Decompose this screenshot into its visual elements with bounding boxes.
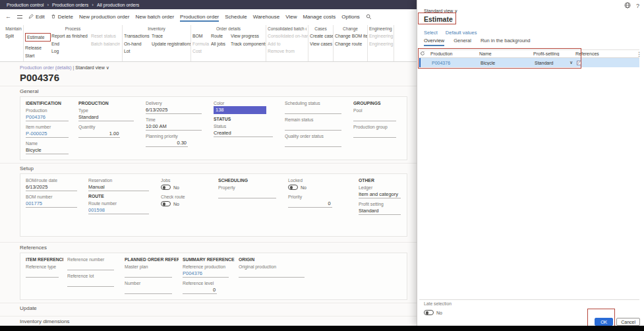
tab-general[interactable]: General — [454, 38, 471, 46]
grid-column-header-references[interactable]: References — [573, 51, 610, 56]
link-select[interactable]: Select — [424, 30, 438, 36]
field-value-bom-route-date[interactable]: 6/13/2025 — [26, 183, 77, 191]
section-header-general[interactable]: General — [0, 86, 417, 96]
section-header-references[interactable]: References — [0, 242, 417, 253]
collapse-action-pane-icon[interactable] — [17, 15, 22, 18]
field-value-color[interactable]: 138 — [214, 106, 266, 114]
menu-item-new-batch-order[interactable]: New batch order — [135, 12, 174, 22]
field-value-reference-production[interactable]: P004376 — [183, 270, 229, 278]
ok-button[interactable]: OK — [595, 318, 613, 326]
field-value-number[interactable] — [125, 286, 172, 294]
menu-item-new-production-order[interactable]: New production order — [79, 12, 129, 22]
field-value-bom-number[interactable]: 001775 — [26, 200, 77, 208]
field-value-master-plan[interactable] — [125, 270, 172, 278]
menu-item-delete[interactable]: Delete — [51, 12, 73, 22]
field-value-reference-level[interactable]: 0 — [183, 286, 217, 294]
field-value-reference-type[interactable] — [26, 270, 59, 278]
change-bom-item-button[interactable]: Change BOM item — [335, 32, 368, 40]
update-registrations-button[interactable]: Update registrations — [152, 40, 191, 48]
table-row[interactable]: P004376BicycleStandard∨✓ — [419, 58, 639, 67]
cell-profit-setting[interactable]: Standard∨ — [533, 60, 575, 65]
field-value-name[interactable]: Bicycle — [26, 146, 69, 154]
estimate-button[interactable]: Estimate — [25, 33, 51, 42]
menu-item-options[interactable]: Options — [341, 12, 360, 22]
link-default-values[interactable]: Default values — [446, 30, 477, 36]
route-button[interactable]: Route — [211, 32, 229, 40]
field-value-status[interactable]: Created — [214, 129, 273, 137]
toggle-jobs[interactable]: No — [161, 183, 214, 191]
field-value-route-number[interactable]: 001598 — [88, 206, 149, 214]
end-button[interactable]: End — [51, 40, 90, 48]
toggle-locked[interactable]: No — [288, 183, 355, 191]
split-button[interactable]: Split — [5, 32, 14, 40]
field-value-pool[interactable] — [353, 113, 396, 121]
back-icon[interactable]: ← — [5, 13, 11, 20]
field-value-remain-status[interactable] — [285, 123, 341, 131]
report-as-finished-button[interactable]: Report as finished — [51, 32, 90, 40]
field-value-time[interactable]: 10:00 AM — [146, 123, 202, 131]
log-button[interactable]: Log — [51, 47, 90, 55]
view-selector[interactable]: Standard view ∨ — [75, 65, 109, 70]
field-value-production-group[interactable] — [353, 130, 396, 138]
section-header-setup[interactable]: Setup — [0, 163, 417, 173]
change-route-button[interactable]: Change route — [335, 40, 368, 48]
menu-item-warehouse[interactable]: Warehouse — [253, 12, 280, 22]
transactions-button[interactable]: Transactions — [124, 32, 150, 40]
create-case-button[interactable]: Create case — [310, 32, 334, 40]
trace-button[interactable]: Trace — [152, 32, 191, 40]
grid-column-header-production[interactable]: Production — [428, 51, 477, 56]
release-button[interactable]: Release — [25, 44, 50, 52]
field-value-profit-setting[interactable]: Standard — [359, 207, 401, 215]
field-value-scheduling-status[interactable] — [285, 106, 341, 114]
breadcrumb-item-production-control[interactable]: Production control — [7, 3, 44, 7]
field-value-quality-order-status[interactable] — [285, 139, 341, 147]
tab-run-in-the-background[interactable]: Run in the background — [481, 38, 530, 46]
breadcrumb-item-all-production-orders[interactable]: All production orders — [97, 3, 139, 7]
toggle-check-route[interactable]: No — [161, 200, 214, 208]
late-selection-toggle[interactable]: No — [424, 309, 452, 316]
menu-item-manage-costs[interactable]: Manage costs — [303, 12, 336, 22]
search-icon[interactable] — [366, 14, 372, 20]
references-checkbox[interactable]: ✓ — [577, 61, 581, 65]
breadcrumb-item-production-orders[interactable]: Production orders — [52, 3, 88, 7]
field-value-priority[interactable]: 0 — [288, 200, 332, 208]
cell-production[interactable]: P004376 — [430, 61, 479, 65]
dialog-view-selector[interactable]: Standard view ∨ — [424, 9, 457, 14]
cell-references[interactable]: ✓ — [575, 60, 612, 65]
field-value-item-number[interactable]: P-000025 — [26, 130, 69, 138]
all-jobs-button[interactable]: All jobs — [211, 40, 229, 48]
grid-column-header-profit-setting[interactable]: Profit-setting — [531, 51, 573, 56]
field-value-original-production[interactable] — [239, 270, 305, 278]
globe-icon[interactable] — [624, 2, 631, 10]
start-button[interactable]: Start — [25, 52, 50, 60]
field-value-reference-number[interactable] — [67, 262, 114, 270]
field-value-reference-lot[interactable] — [67, 279, 114, 287]
field-value-planning-priority[interactable]: 0.30 — [146, 139, 188, 147]
field-value-property[interactable] — [218, 191, 276, 198]
refresh-icon[interactable] — [419, 51, 428, 57]
field-value-reservation[interactable]: Manual — [88, 183, 149, 191]
bom-button[interactable]: BOM — [192, 32, 210, 40]
field-value-delivery[interactable]: 6/13/2025 — [146, 106, 202, 114]
field-value-quantity[interactable]: 1.00 — [78, 130, 120, 138]
view-progress-button[interactable]: View progress — [231, 32, 266, 40]
cancel-button[interactable]: Cancel — [616, 318, 640, 326]
more-options-icon[interactable]: ⋮ — [636, 51, 642, 57]
tab-overview[interactable]: Overview — [424, 38, 444, 46]
cell-name[interactable]: Bicycle — [479, 61, 533, 65]
section-header-update[interactable]: Update — [0, 303, 417, 313]
help-icon[interactable]: ? — [636, 3, 639, 9]
grid-column-header-name[interactable]: Name — [477, 51, 531, 56]
view-cases-button[interactable]: View cases — [310, 40, 334, 48]
field-value-type[interactable]: Standard — [78, 113, 134, 121]
section-header-inventory-dimensions[interactable]: Inventory dimensions — [0, 316, 417, 326]
track-components-button[interactable]: Track components — [231, 40, 266, 48]
field-value-production[interactable]: P004376 — [26, 113, 69, 121]
field-value-ledger[interactable]: Item and category — [359, 191, 401, 198]
menu-item-view[interactable]: View — [285, 12, 297, 22]
lot-button[interactable]: Lot — [124, 47, 150, 55]
menu-item-edit[interactable]: Edit — [28, 12, 45, 22]
on-hand-button[interactable]: On-hand — [124, 40, 150, 48]
menu-item-production-order[interactable]: Production order — [180, 12, 219, 22]
menu-item-schedule[interactable]: Schedule — [225, 12, 247, 22]
